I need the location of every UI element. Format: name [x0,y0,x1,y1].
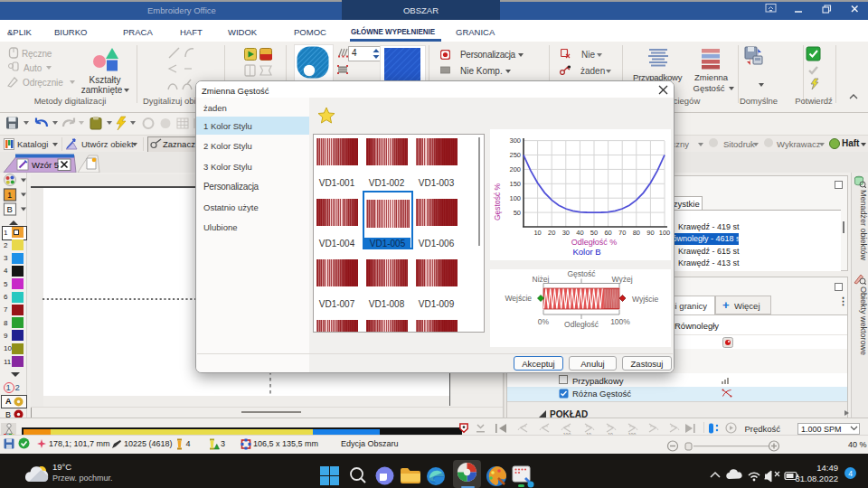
svg-text:50: 50 [514,209,521,217]
svg-text:300: 300 [509,136,521,145]
svg-text:70: 70 [618,229,626,237]
svg-text:Odległość: Odległość [564,320,599,329]
svg-text:250: 250 [509,151,521,159]
svg-text:Gęstość: Gęstość [567,269,596,278]
svg-text:90: 90 [646,229,654,237]
svg-text:60: 60 [604,229,611,237]
svg-text:40: 40 [576,229,583,237]
svg-text:150: 150 [509,180,521,188]
svg-text:Odległość %: Odległość % [571,238,618,247]
svg-text:B: B [7,204,13,214]
svg-text:Gęstość %: Gęstość % [493,183,502,221]
svg-text:Kolor B: Kolor B [572,247,600,257]
svg-text:Wyjście: Wyjście [632,295,658,304]
svg-text:1: 1 [7,190,12,200]
svg-text:20: 20 [548,229,555,237]
svg-text:10: 10 [533,229,541,237]
svg-text:100: 100 [509,194,521,202]
svg-text:100: 100 [659,229,671,237]
svg-text:30: 30 [562,229,570,237]
svg-text:Wyżej: Wyżej [611,275,632,284]
svg-text:100%: 100% [610,317,630,326]
svg-text:200: 200 [509,165,521,174]
svg-text:80: 80 [633,229,640,237]
svg-text:Niżej: Niżej [533,275,550,284]
svg-text:Wejście: Wejście [505,294,532,303]
svg-text:50: 50 [590,229,598,237]
svg-text:0%: 0% [538,317,550,326]
